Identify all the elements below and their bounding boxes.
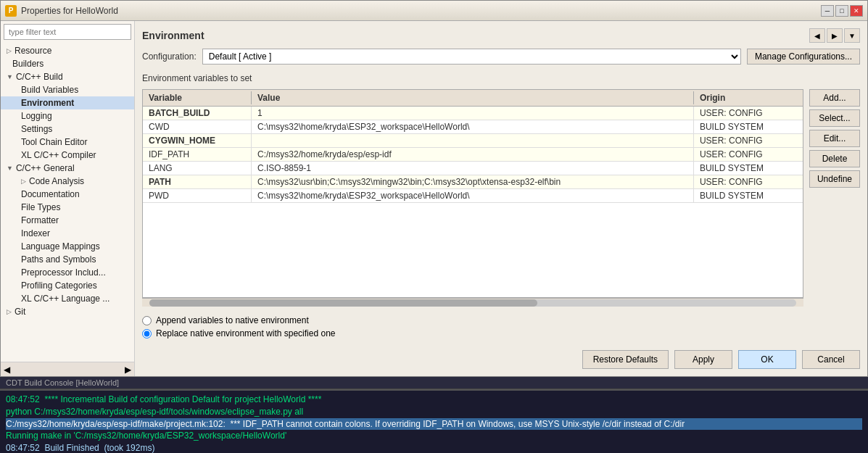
sidebar-item-label: XL C/C++ Language ... xyxy=(21,294,109,304)
close-button[interactable]: ✕ xyxy=(850,5,863,17)
sidebar-item-label: Code Analysis xyxy=(29,176,84,186)
sidebar-item-label: Git xyxy=(15,307,25,317)
panel-header: Environment ◀ ▶ ▼ xyxy=(142,28,860,43)
console-line: 08:47:52 **** Incremental Build of confi… xyxy=(6,394,862,406)
undefine-button[interactable]: Undefine xyxy=(809,170,860,188)
table-body[interactable]: BATCH_BUILD1USER: CONFIGCWDC:\msys32\hom… xyxy=(143,107,803,297)
tree-area: ▷ResourceBuilders▼C/C++ BuildBuild Varia… xyxy=(1,43,134,362)
sidebar-item-settings[interactable]: Settings xyxy=(1,122,134,136)
title-bar: P Properties for HelloWorld ─ □ ✕ xyxy=(1,1,867,21)
select-button[interactable]: Select... xyxy=(809,109,860,127)
sidebar-item-label: Environment xyxy=(21,98,74,108)
config-label: Configuration: xyxy=(142,51,197,62)
cell-value: C:\msys32\home/kryda\ESP32_workspace\Hel… xyxy=(252,189,694,202)
table-row[interactable]: IDF_PATHC:/msys32/home/kryda/esp/esp-idf… xyxy=(143,148,803,162)
nav-buttons: ◀ ▶ ▼ xyxy=(809,28,860,43)
sidebar-item-language-mappings[interactable]: Language Mappings xyxy=(1,240,134,253)
main-content: ▷ResourceBuilders▼C/C++ BuildBuild Varia… xyxy=(1,21,867,376)
table-row[interactable]: LANGC.ISO-8859-1BUILD SYSTEM xyxy=(143,162,803,175)
cancel-button[interactable]: Cancel xyxy=(802,350,860,369)
panel-title: Environment xyxy=(142,30,204,41)
sidebar-item-environment[interactable]: Environment xyxy=(1,96,134,109)
sidebar-item-build-variables[interactable]: Build Variables xyxy=(1,83,134,96)
console-header: CDT Build Console [HelloWorld] xyxy=(0,377,868,389)
sidebar-item-profiling[interactable]: Profiling Categories xyxy=(1,279,134,292)
maximize-button[interactable]: □ xyxy=(835,5,848,17)
radio-replace[interactable]: Replace native environment with specifie… xyxy=(142,328,860,338)
radio-append[interactable]: Append variables to native environment xyxy=(142,315,860,325)
col-variable: Variable xyxy=(143,91,252,104)
main-window: P Properties for HelloWorld ─ □ ✕ ▷Resou… xyxy=(0,0,868,377)
ok-button[interactable]: OK xyxy=(738,350,796,369)
scroll-left-btn[interactable]: ◀ xyxy=(4,365,10,375)
sidebar-item-label: File Types xyxy=(21,202,60,212)
cell-variable: LANG xyxy=(143,162,252,175)
table-row[interactable]: PWDC:\msys32\home/kryda\ESP32_workspace\… xyxy=(143,189,803,203)
col-origin: Origin xyxy=(694,91,803,104)
filter-input[interactable] xyxy=(4,24,131,40)
table-row[interactable]: PATHC:\msys32\usr\bin;C:\msys32\mingw32\… xyxy=(143,175,803,189)
add-button[interactable]: Add... xyxy=(809,89,860,107)
minimize-button[interactable]: ─ xyxy=(821,5,834,17)
sidebar-item-toolchain-editor[interactable]: Tool Chain Editor xyxy=(1,136,134,149)
manage-config-button[interactable]: Manage Configurations... xyxy=(747,49,860,65)
nav-back-button[interactable]: ◀ xyxy=(809,28,825,43)
cell-origin: USER: CONFIG xyxy=(694,107,803,120)
restore-defaults-button[interactable]: Restore Defaults xyxy=(582,350,669,369)
sidebar-item-label: Indexer xyxy=(21,228,50,238)
sidebar-item-label: Formatter xyxy=(21,215,59,225)
sidebar-item-code-analysis[interactable]: ▷Code Analysis xyxy=(1,175,134,188)
sidebar-item-label: XL C/C++ Compiler xyxy=(21,150,96,160)
sidebar-item-git[interactable]: ▷Git xyxy=(1,305,134,318)
sidebar-item-label: C/C++ General xyxy=(16,163,75,173)
sidebar: ▷ResourceBuilders▼C/C++ BuildBuild Varia… xyxy=(1,21,135,376)
sidebar-item-label: Profiling Categories xyxy=(21,280,97,291)
sidebar-item-paths-symbols[interactable]: Paths and Symbols xyxy=(1,253,134,266)
action-buttons: Add... Select... Edit... Delete Undefine xyxy=(803,89,860,307)
sidebar-item-xl-language[interactable]: XL C/C++ Language ... xyxy=(1,292,134,305)
sidebar-item-cpp-build[interactable]: ▼C/C++ Build xyxy=(1,70,134,83)
apply-button[interactable]: Apply xyxy=(674,350,732,369)
sidebar-item-label: C/C++ Build xyxy=(16,72,63,82)
sidebar-item-label: Build Variables xyxy=(21,85,78,95)
radio-append-label: Append variables to native environment xyxy=(156,315,309,325)
sidebar-item-cpp-general[interactable]: ▼C/C++ General xyxy=(1,162,134,175)
sidebar-item-logging[interactable]: Logging xyxy=(1,109,134,122)
sidebar-item-builders[interactable]: Builders xyxy=(1,57,134,70)
tree-arrow-icon: ▷ xyxy=(7,308,12,315)
config-select[interactable]: Default [ Active ] xyxy=(202,49,741,65)
h-scrollbar[interactable] xyxy=(142,298,803,307)
cell-origin: BUILD SYSTEM xyxy=(694,120,803,133)
nav-dropdown-button[interactable]: ▼ xyxy=(844,28,860,43)
sidebar-item-resource[interactable]: ▷Resource xyxy=(1,44,134,57)
table-row[interactable]: CWDC:\msys32\home/kryda\ESP32_workspace\… xyxy=(143,120,803,134)
radio-group: Append variables to native environment R… xyxy=(142,312,860,341)
nav-forward-button[interactable]: ▶ xyxy=(827,28,843,43)
window-title: Properties for HelloWorld xyxy=(21,6,118,16)
console-output: 08:47:52 **** Incremental Build of confi… xyxy=(0,389,868,453)
sidebar-item-formatter[interactable]: Formatter xyxy=(1,214,134,227)
table-row[interactable]: BATCH_BUILD1USER: CONFIG xyxy=(143,107,803,120)
sidebar-item-preprocessor[interactable]: Preprocessor Includ... xyxy=(1,266,134,279)
sidebar-item-documentation[interactable]: Documentation xyxy=(1,188,134,201)
tree-arrow-icon: ▷ xyxy=(7,47,12,54)
cell-origin: BUILD SYSTEM xyxy=(694,162,803,175)
sidebar-item-xl-compiler[interactable]: XL C/C++ Compiler xyxy=(1,149,134,162)
sidebar-item-label: Builders xyxy=(12,59,44,69)
table-row[interactable]: CYGWIN_HOMEUSER: CONFIG xyxy=(143,134,803,148)
radio-append-input[interactable] xyxy=(142,316,152,325)
cell-variable: PWD xyxy=(143,189,252,202)
cell-value: C.ISO-8859-1 xyxy=(252,162,694,175)
cell-value: C:\msys32\home/kryda\ESP32_workspace\Hel… xyxy=(252,120,694,133)
config-row: Configuration: Default [ Active ] Manage… xyxy=(142,49,860,65)
cell-value: 1 xyxy=(252,107,694,120)
radio-replace-input[interactable] xyxy=(142,329,152,338)
window-icon: P xyxy=(5,5,17,17)
sidebar-item-file-types[interactable]: File Types xyxy=(1,201,134,214)
edit-button[interactable]: Edit... xyxy=(809,130,860,147)
scroll-right-btn[interactable]: ▶ xyxy=(125,365,131,375)
cell-variable: CWD xyxy=(143,120,252,133)
delete-button[interactable]: Delete xyxy=(809,150,860,167)
sidebar-item-indexer[interactable]: Indexer xyxy=(1,227,134,240)
cell-variable: BATCH_BUILD xyxy=(143,107,252,120)
